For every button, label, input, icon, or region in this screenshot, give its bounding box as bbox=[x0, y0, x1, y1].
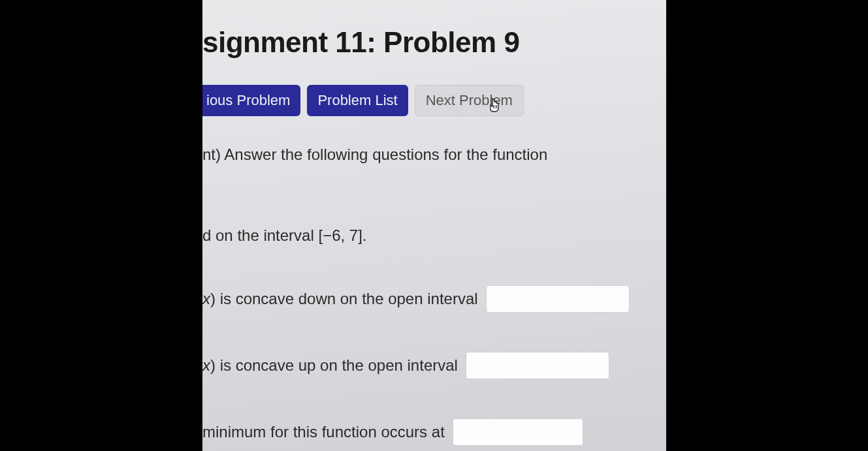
problem-intro-text: nt) Answer the following questions for t… bbox=[202, 144, 666, 166]
minimum-input[interactable] bbox=[453, 418, 583, 446]
problem-list-button[interactable]: Problem List bbox=[307, 85, 408, 116]
next-problem-button[interactable]: Next Problem bbox=[415, 85, 524, 116]
problem-nav: ious Problem Problem List Next Problem bbox=[202, 85, 666, 116]
page-title: signment 11: Problem 9 bbox=[202, 26, 666, 59]
webwork-problem-page: signment 11: Problem 9 ious Problem Prob… bbox=[202, 0, 666, 451]
minimum-text: minimum for this function occurs at bbox=[202, 421, 445, 443]
concave-up-text: x) is concave up on the open interval bbox=[202, 354, 458, 377]
minimum-row: minimum for this function occurs at bbox=[202, 418, 666, 446]
interval-text: d on the interval [−6, 7]. bbox=[202, 225, 666, 247]
next-problem-label: Next Problem bbox=[426, 92, 513, 108]
concave-down-input[interactable] bbox=[486, 285, 630, 313]
concave-up-row: x) is concave up on the open interval bbox=[202, 352, 666, 379]
previous-problem-button[interactable]: ious Problem bbox=[202, 85, 300, 116]
concave-down-row: x) is concave down on the open interval bbox=[202, 285, 666, 313]
problem-body: nt) Answer the following questions for t… bbox=[202, 144, 666, 446]
concave-down-text: x) is concave down on the open interval bbox=[202, 288, 478, 310]
concave-up-input[interactable] bbox=[466, 352, 609, 379]
